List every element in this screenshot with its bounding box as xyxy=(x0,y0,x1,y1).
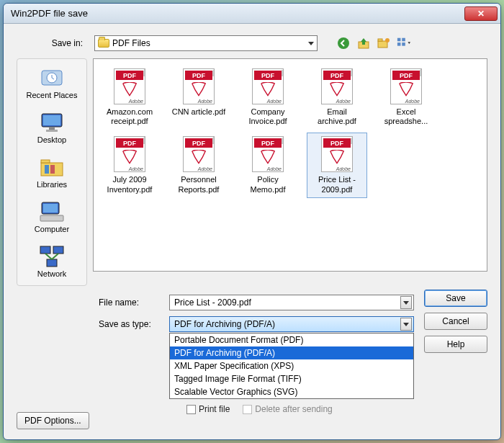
place-recent[interactable]: Recent Places xyxy=(19,63,85,102)
filename-combo[interactable]: Price List - 2009.pdf xyxy=(169,295,414,310)
file-item[interactable]: PDFAdobeExcel spreadshe... xyxy=(376,65,436,130)
recent-places-icon xyxy=(39,66,65,89)
button-column: Save Cancel Help xyxy=(424,290,487,353)
chevron-down-icon[interactable] xyxy=(400,318,412,331)
file-item[interactable]: PDFAdobeAmazon.com receipt.pdf xyxy=(99,65,160,130)
svg-rect-16 xyxy=(41,160,50,163)
options-row-2: Print file Delete after sending xyxy=(186,403,487,416)
savetype-option[interactable]: Scalable Vector Graphics (SVG) xyxy=(170,385,413,398)
place-network[interactable]: Network xyxy=(19,242,85,281)
pdf-file-icon: PDFAdobe xyxy=(114,68,145,104)
view-menu-icon[interactable] xyxy=(397,36,411,50)
save-in-label: Save in: xyxy=(17,38,89,48)
window-title: Win2PDF file save xyxy=(11,8,464,19)
back-icon[interactable] xyxy=(336,36,351,50)
save-in-value: PDF Files xyxy=(112,38,150,48)
print-file-checkbox[interactable]: Print file xyxy=(186,404,230,414)
file-grid: PDFAdobeAmazon.com receipt.pdf PDFAdobeC… xyxy=(99,65,481,198)
pdf-options-button[interactable]: PDF Options... xyxy=(17,412,89,429)
close-icon: ✕ xyxy=(477,9,485,19)
svg-rect-12 xyxy=(43,115,60,125)
libraries-icon xyxy=(39,156,65,179)
file-item[interactable]: PDFAdobeJuly 2009 Inventory.pdf xyxy=(99,133,160,197)
savetype-option[interactable]: Portable Document Format (PDF) xyxy=(170,334,413,346)
place-computer[interactable]: Computer xyxy=(19,197,85,236)
new-folder-icon[interactable] xyxy=(377,36,391,50)
bottom-area: File name: Price List - 2009.pdf Save as… xyxy=(17,295,487,416)
filename-value: Price List - 2009.pdf xyxy=(174,297,251,308)
pdf-file-icon: PDFAdobe xyxy=(252,136,284,172)
file-item[interactable]: PDFAdobePolicy Memo.pdf xyxy=(238,133,298,197)
savetype-combo[interactable]: PDF for Archiving (PDF/A) Portable Docum… xyxy=(169,316,414,332)
svg-rect-7 xyxy=(397,42,401,46)
nav-icons xyxy=(336,36,411,50)
svg-rect-22 xyxy=(40,246,50,254)
pdf-file-icon: PDFAdobe xyxy=(252,68,284,104)
svg-rect-8 xyxy=(402,42,405,46)
chevron-down-icon xyxy=(308,42,314,45)
pdf-file-icon: PDFAdobe xyxy=(183,68,215,104)
file-label: Personnel Reports.pdf xyxy=(171,175,227,194)
svg-rect-14 xyxy=(46,130,58,132)
file-label: CNN article.pdf xyxy=(172,107,226,117)
file-label: July 2009 Inventory.pdf xyxy=(102,175,158,194)
network-icon xyxy=(39,245,65,268)
titlebar[interactable]: Win2PDF file save ✕ xyxy=(4,4,500,24)
checkbox-icon xyxy=(186,405,196,414)
svg-rect-24 xyxy=(47,259,57,267)
svg-rect-17 xyxy=(45,165,49,174)
cancel-button[interactable]: Cancel xyxy=(424,313,487,330)
file-item[interactable]: PDFAdobeCNN article.pdf xyxy=(168,65,229,130)
svg-rect-3 xyxy=(378,39,382,41)
place-label: Recent Places xyxy=(27,91,78,99)
file-item[interactable]: PDFAdobeEmail archive.pdf xyxy=(307,65,367,130)
svg-point-4 xyxy=(385,38,390,42)
pdf-file-icon: PDFAdobe xyxy=(390,68,422,104)
save-dialog-window: Win2PDF file save ✕ Save in: PDF Files xyxy=(3,3,501,440)
svg-rect-20 xyxy=(43,204,58,212)
dialog-body: Save in: PDF Files xyxy=(4,24,500,426)
pdf-file-icon: PDFAdobe xyxy=(321,136,353,172)
file-item[interactable]: PDFAdobePersonnel Reports.pdf xyxy=(168,133,229,197)
place-desktop[interactable]: Desktop xyxy=(19,108,85,147)
close-button[interactable]: ✕ xyxy=(464,6,498,21)
places-bar: Recent Places Desktop Libraries Computer… xyxy=(17,58,87,286)
save-in-combo[interactable]: PDF Files xyxy=(94,35,318,51)
desktop-icon xyxy=(39,111,65,134)
chevron-down-icon[interactable] xyxy=(400,296,412,309)
file-label: Email archive.pdf xyxy=(309,107,365,126)
svg-rect-5 xyxy=(397,38,401,42)
checkbox-icon xyxy=(243,405,252,414)
pdf-file-icon: PDFAdobe xyxy=(183,136,215,172)
file-label: Company Invoice.pdf xyxy=(240,107,296,126)
savetype-option[interactable]: XML Paper Specification (XPS) xyxy=(170,359,413,372)
savetype-dropdown-list: Portable Document Format (PDF) PDF for A… xyxy=(169,333,414,399)
pdf-file-icon: PDFAdobe xyxy=(114,136,145,172)
place-label: Desktop xyxy=(37,135,66,144)
savetype-option[interactable]: Tagged Image File Format (TIFF) xyxy=(170,372,413,385)
savetype-label: Save as type: xyxy=(93,319,169,329)
up-one-level-icon[interactable] xyxy=(356,36,371,50)
help-button[interactable]: Help xyxy=(424,336,487,353)
file-item[interactable]: PDFAdobeCompany Invoice.pdf xyxy=(238,65,298,130)
place-libraries[interactable]: Libraries xyxy=(19,153,85,192)
computer-icon xyxy=(39,200,65,223)
file-item[interactable]: PDFAdobePrice List - 2009.pdf xyxy=(307,133,367,197)
file-label: Excel spreadshe... xyxy=(378,107,434,126)
svg-rect-23 xyxy=(53,246,63,254)
file-label: Price List - 2009.pdf xyxy=(309,175,365,194)
save-button[interactable]: Save xyxy=(424,290,487,307)
svg-rect-6 xyxy=(402,38,405,42)
filename-label: File name: xyxy=(93,297,169,308)
file-label: Policy Memo.pdf xyxy=(240,175,296,194)
svg-rect-2 xyxy=(378,41,387,48)
svg-point-0 xyxy=(338,37,349,49)
savetype-option[interactable]: PDF for Archiving (PDF/A) xyxy=(170,346,413,359)
file-list-area[interactable]: PDFAdobeAmazon.com receipt.pdf PDFAdobeC… xyxy=(93,58,487,272)
delete-after-sending-checkbox[interactable]: Delete after sending xyxy=(243,404,332,414)
save-in-row: Save in: PDF Files xyxy=(17,35,487,51)
svg-rect-13 xyxy=(49,127,55,130)
place-label: Network xyxy=(37,269,66,278)
svg-rect-18 xyxy=(50,165,55,174)
file-label: Amazon.com receipt.pdf xyxy=(102,107,158,126)
